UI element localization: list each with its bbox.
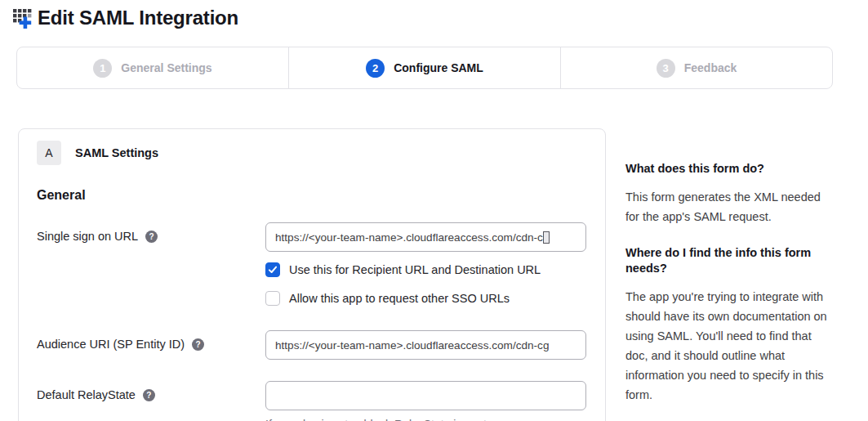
step-number-badge: 3 bbox=[657, 59, 675, 78]
check-icon bbox=[268, 265, 278, 275]
help-icon[interactable]: ? bbox=[145, 231, 158, 243]
field-row-audience-uri: Audience URI (SP Entity ID) ? https://<y… bbox=[37, 330, 587, 360]
field-row-default-relaystate: Default RelayState ? If no value is set,… bbox=[37, 381, 587, 421]
section-badge: A bbox=[37, 141, 61, 165]
sidebar-paragraph-what: This form generates the XML needed for t… bbox=[625, 187, 831, 226]
field-label-col: Default RelayState ? bbox=[37, 381, 265, 401]
section-header: A SAML Settings bbox=[37, 141, 587, 165]
step-label: Configure SAML bbox=[394, 61, 483, 74]
page-title: Edit SAML Integration bbox=[38, 7, 238, 29]
help-sidebar: What does this form do? This form genera… bbox=[625, 128, 831, 421]
step-label: General Settings bbox=[121, 61, 211, 74]
step-label: Feedback bbox=[684, 61, 737, 74]
help-icon[interactable]: ? bbox=[192, 338, 204, 351]
step-general-settings[interactable]: 1 General Settings bbox=[17, 47, 288, 88]
default-relaystate-input[interactable] bbox=[265, 381, 586, 410]
control-col: https://<your-team-name>.cloudflareacces… bbox=[265, 330, 586, 360]
sidebar-heading-where: Where do I find the info this form needs… bbox=[625, 245, 831, 276]
control-col: If no value is set, a blank RelayState i… bbox=[265, 381, 586, 421]
main-content: A SAML Settings General Single sign on U… bbox=[0, 128, 868, 421]
step-feedback[interactable]: 3 Feedback bbox=[560, 47, 832, 88]
checkbox-label: Allow this app to request other SSO URLs bbox=[289, 292, 510, 305]
app-grid-add-icon bbox=[12, 7, 34, 29]
section-title: SAML Settings bbox=[75, 146, 158, 159]
other-sso-urls-checkbox[interactable] bbox=[265, 291, 280, 306]
help-icon[interactable]: ? bbox=[143, 389, 155, 401]
step-number-badge: 2 bbox=[366, 59, 385, 78]
checkbox-label: Use this for Recipient URL and Destinati… bbox=[289, 263, 541, 276]
single-sign-on-url-label: Single sign on URL bbox=[37, 230, 138, 243]
relaystate-helper-text: If no value is set, a blank RelayState i… bbox=[265, 418, 586, 421]
field-label-col: Audience URI (SP Entity ID) ? bbox=[37, 330, 265, 351]
wizard-steps: 1 General Settings 2 Configure SAML 3 Fe… bbox=[16, 47, 833, 89]
recipient-destination-checkbox[interactable] bbox=[265, 262, 280, 277]
saml-settings-card: A SAML Settings General Single sign on U… bbox=[18, 128, 606, 421]
group-heading-general: General bbox=[37, 188, 587, 203]
checkbox-row-recipient-destination: Use this for Recipient URL and Destinati… bbox=[265, 262, 587, 277]
single-sign-on-url-input[interactable]: https://<your-team-name>.cloudflareacces… bbox=[265, 222, 586, 252]
checkbox-row-other-sso-urls: Allow this app to request other SSO URLs bbox=[265, 291, 587, 306]
step-number-badge: 1 bbox=[93, 59, 112, 78]
audience-uri-label: Audience URI (SP Entity ID) bbox=[37, 338, 185, 351]
page-header: Edit SAML Integration bbox=[0, 0, 868, 29]
field-row-single-sign-on-url: Single sign on URL ? https://<your-team-… bbox=[37, 222, 587, 252]
text-cursor bbox=[543, 231, 550, 244]
control-col: https://<your-team-name>.cloudflareacces… bbox=[265, 222, 586, 252]
default-relaystate-label: Default RelayState bbox=[37, 388, 136, 401]
sidebar-heading-what: What does this form do? bbox=[625, 161, 831, 177]
field-label-col: Single sign on URL ? bbox=[37, 222, 265, 243]
step-configure-saml[interactable]: 2 Configure SAML bbox=[288, 47, 560, 88]
audience-uri-input[interactable]: https://<your-team-name>.cloudflareacces… bbox=[265, 330, 586, 360]
sidebar-paragraph-where: The app you're trying to integrate with … bbox=[625, 287, 831, 405]
